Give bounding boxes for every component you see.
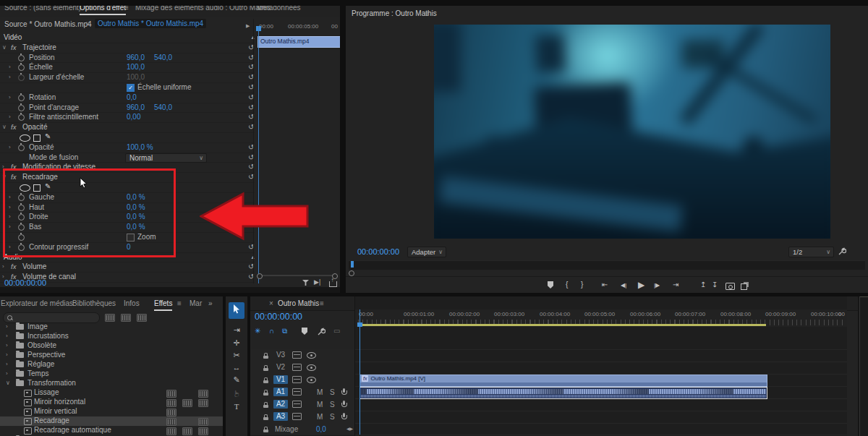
tab-overflow-icon[interactable]: »	[208, 299, 213, 307]
stopwatch-icon[interactable]	[18, 64, 25, 71]
section-video[interactable]: Vidéo ▲	[0, 33, 255, 43]
stopwatch-icon[interactable]	[18, 105, 25, 111]
selection-tool-active[interactable]	[229, 302, 244, 319]
tab-sequence[interactable]: Outro Mathis	[278, 299, 319, 307]
solo-button[interactable]: S	[330, 413, 335, 421]
horizontal-divider[interactable]	[0, 293, 868, 296]
step-forward-icon[interactable]: |▶	[654, 282, 660, 288]
add-marker-icon[interactable]	[548, 281, 553, 288]
effect-volume[interactable]: › fx Volume ↺	[0, 262, 255, 273]
mini-zoom-scrollbar[interactable]	[259, 275, 334, 276]
lock-icon[interactable]	[263, 353, 268, 359]
effect-mini-timeline[interactable]: ▶ 00:00 00:00:05:00 00 Outro Mathis.mp4	[255, 19, 340, 283]
twirl-open-icon[interactable]: ∨	[2, 44, 7, 51]
track-header-v2[interactable]: V2	[250, 362, 354, 375]
snap-icon[interactable]: ∩	[269, 327, 274, 335]
source-clip-label[interactable]: Source * Outro Mathis.mp4	[4, 20, 92, 28]
vertical-divider[interactable]	[223, 296, 226, 436]
step-back-icon[interactable]: ◀|	[621, 282, 626, 288]
panel-menu-icon[interactable]: ≡	[177, 299, 182, 307]
mute-button[interactable]: M	[317, 388, 323, 396]
chevron-down-icon[interactable]: ∨	[85, 20, 90, 27]
export-frame-icon[interactable]	[726, 283, 735, 290]
yuv-effects-badge[interactable]	[137, 314, 147, 322]
track-target-v1[interactable]: V1	[273, 375, 288, 384]
lift-icon[interactable]: ↥	[700, 281, 706, 288]
program-scrubber[interactable]	[349, 260, 865, 270]
tab-effets[interactable]: Effets	[154, 299, 172, 311]
echelle-value[interactable]: 100,0	[127, 63, 145, 71]
lock-icon[interactable]	[263, 365, 268, 371]
lock-icon[interactable]	[263, 402, 268, 408]
effect-item-miroir-vertical[interactable]: Miroir vertical	[0, 407, 223, 416]
sync-lock-icon[interactable]	[292, 364, 302, 371]
stopwatch-icon[interactable]	[18, 95, 25, 101]
chevron-right-icon[interactable]: ›	[9, 144, 11, 150]
track-target-a1[interactable]: A1	[273, 388, 288, 396]
video-clip[interactable]: fxOutro Mathis.mp4 [V]	[359, 375, 767, 387]
sync-lock-icon[interactable]	[292, 376, 302, 383]
track-header-a1[interactable]: A1 M S	[250, 386, 354, 399]
folder-transformation[interactable]: ∨ Transformation	[0, 379, 223, 388]
scrubber-playhead[interactable]	[351, 261, 354, 268]
add-marker-icon[interactable]	[302, 328, 307, 335]
ancrage-y-value[interactable]: 540,0	[154, 103, 172, 111]
mini-timeline-clip[interactable]: Outro Mathis.mp4	[258, 36, 342, 48]
effect-trajectoire[interactable]: ∨ fx Trajectoire ↺	[0, 43, 255, 54]
mute-button[interactable]: M	[317, 401, 323, 409]
position-y-value[interactable]: 540,0	[154, 54, 172, 61]
32bit-effects-badge[interactable]	[121, 314, 131, 322]
chevron-right-icon[interactable]: ›	[9, 64, 11, 70]
linked-selection-icon[interactable]: ⧉	[282, 327, 287, 335]
ripple-edit-tool[interactable]: ✛	[227, 338, 246, 348]
track-header-a3[interactable]: A3 M S	[250, 411, 354, 424]
comparison-view-icon[interactable]	[741, 283, 747, 290]
tab-program[interactable]: Programme : Outro Mathis	[352, 9, 437, 17]
effect-item-lissage[interactable]: Lissage	[0, 388, 223, 398]
fit-select[interactable]: Adapter ∨	[407, 247, 446, 257]
playback-resolution-select[interactable]: 1/2 ∨	[788, 247, 834, 257]
track-label-v3[interactable]: V3	[273, 351, 288, 359]
video-preview[interactable]	[434, 25, 830, 239]
track-target-a2[interactable]: A2	[273, 400, 288, 409]
effect-timecode[interactable]: 00:00:00:00	[4, 278, 46, 287]
pen-mask-icon[interactable]: ✎	[45, 132, 51, 140]
track-label-v2[interactable]: V2	[273, 363, 288, 372]
nest-toggle-icon[interactable]: ✳	[255, 327, 260, 335]
uniform-scale-checkbox[interactable]: ✓	[127, 84, 135, 92]
track-visibility-icon[interactable]	[307, 364, 316, 371]
voiceover-mic-icon[interactable]	[341, 413, 346, 420]
twirl-open-icon[interactable]: ∨	[2, 124, 7, 130]
accelerated-effects-badge[interactable]	[105, 314, 115, 322]
play-in-out-icon[interactable]: ▶|	[314, 278, 320, 286]
captions-icon[interactable]: ▭	[333, 327, 340, 335]
ancrage-x-value[interactable]: 960,0	[127, 103, 145, 111]
collapse-mix-icon[interactable]: ◀▶	[346, 426, 353, 431]
ellipse-mask-icon[interactable]	[20, 134, 30, 142]
lock-icon[interactable]	[263, 427, 268, 432]
solo-button[interactable]: S	[330, 401, 335, 409]
pen-tool[interactable]: ✎	[227, 375, 246, 385]
folder-temps[interactable]: › Temps	[0, 369, 223, 379]
voiceover-mic-icon[interactable]	[341, 388, 346, 396]
rect-mask-icon[interactable]	[33, 134, 41, 142]
voiceover-mic-icon[interactable]	[341, 401, 346, 408]
go-to-in-icon[interactable]: ⇤	[602, 281, 608, 288]
filtre-value[interactable]: 0,00	[127, 113, 140, 121]
solo-button[interactable]: S	[330, 388, 335, 396]
tab-media-browser[interactable]: Explorateur de médias	[1, 299, 73, 307]
effect-item-recadrage-selected[interactable]: Recadrage	[0, 416, 223, 426]
panel-menu-icon[interactable]: ≡	[425, 9, 430, 17]
lock-icon[interactable]	[263, 377, 268, 383]
tab-libraries[interactable]: Bibliothèques	[72, 299, 116, 307]
sequence-clip-label[interactable]: Outro Mathis * Outro Mathis.mp4	[95, 19, 206, 28]
work-area-bar[interactable]	[359, 324, 766, 326]
tab-marqueurs-truncated[interactable]: Mar	[190, 299, 202, 307]
blend-mode-select[interactable]: Normal ∨	[125, 153, 207, 163]
position-x-value[interactable]: 960,0	[127, 54, 145, 61]
folder-reglage[interactable]: › Réglage	[0, 360, 223, 369]
vertical-divider[interactable]	[247, 296, 250, 436]
slip-tool[interactable]: ↔	[227, 363, 246, 372]
tab-infos[interactable]: Infos	[124, 299, 140, 307]
opacite-value[interactable]: 100,0 %	[127, 143, 153, 151]
